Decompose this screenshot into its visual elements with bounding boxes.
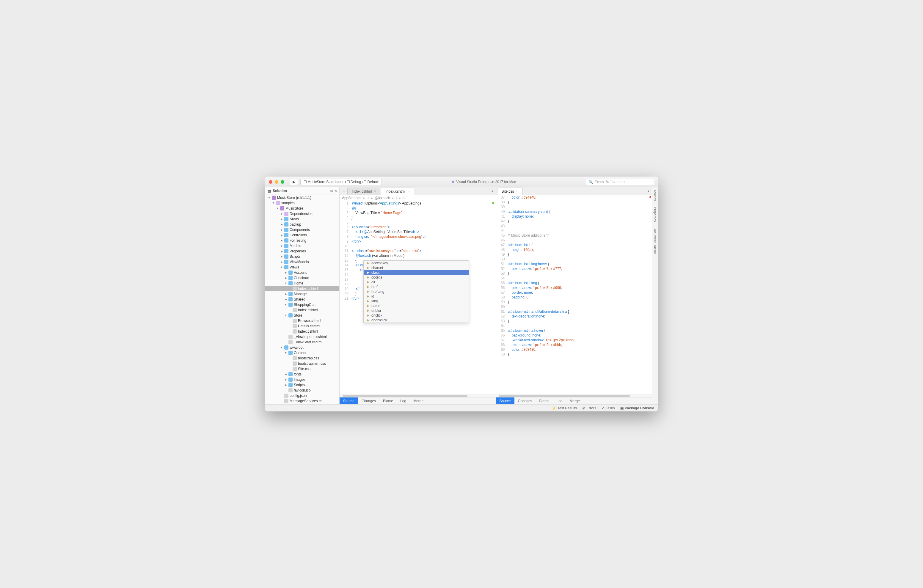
mode-tab-changes[interactable]: Changes [358, 397, 379, 404]
run-button[interactable]: ▶ [290, 179, 298, 185]
autocomplete-item[interactable]: ◆lang [364, 299, 469, 304]
package-console-button[interactable]: ▣Package Console [620, 406, 654, 410]
test-results-button[interactable]: ⚡Test Results [552, 406, 577, 410]
errors-button[interactable]: ⊘Errors [582, 406, 596, 410]
close-tab-icon[interactable]: × [374, 190, 376, 193]
pad-close-icon[interactable]: × [335, 189, 337, 193]
tree-item[interactable]: Index.cshtml [265, 307, 339, 313]
tree-item[interactable]: config.json [265, 393, 339, 398]
tree-item[interactable]: bootstrap.css [265, 356, 339, 361]
editor-tab[interactable]: Index.cshtml○ [381, 187, 414, 195]
tree-item[interactable]: ▼Views [265, 264, 339, 270]
close-tab-icon[interactable]: ○ [517, 190, 518, 193]
tree-item[interactable]: Details.cshtml [265, 324, 339, 329]
zoom-icon[interactable] [281, 180, 284, 184]
tree-item[interactable]: favicon.ico [265, 388, 339, 393]
autocomplete-item[interactable]: ◆accesskey [364, 261, 469, 266]
pad-settings-icon[interactable]: ▭ [330, 189, 333, 193]
tree-item[interactable]: ▶Scripts [265, 254, 339, 259]
breadcrumb[interactable]: AppSettings ▸ ul ▸ @foreach ▸ li ▸ a [340, 195, 496, 201]
tree-item[interactable]: ▶backup [265, 222, 339, 227]
tree-item[interactable]: ▼ShoppingCart [265, 302, 339, 307]
autocomplete-item[interactable]: ◆href [364, 284, 469, 289]
tree-item[interactable]: ▶Scripts [265, 382, 339, 388]
minimize-icon[interactable] [275, 180, 278, 184]
tree-item[interactable]: _ViewStart.cshtml [265, 340, 339, 345]
tool-rail: ToolboxPropertiesDocument Outline [652, 187, 658, 404]
tree-item[interactable]: ▶Controllers [265, 232, 339, 238]
mode-tab-merge[interactable]: Merge [410, 397, 427, 404]
tree-item[interactable]: ▼Home [265, 281, 339, 286]
close-tab-icon[interactable]: ○ [408, 190, 410, 193]
tree-item[interactable]: MessageServices.cs [265, 398, 339, 404]
tree-item[interactable]: ▶Shared [265, 297, 339, 302]
tree-item[interactable]: ▶Checkout [265, 275, 339, 281]
autocomplete-item[interactable]: ◆coords [364, 275, 469, 280]
autocomplete-item[interactable]: ◆dir [364, 280, 469, 284]
mode-tab-source[interactable]: Source [340, 397, 358, 404]
attribute-icon: ◆ [367, 304, 369, 308]
tree-item[interactable]: ▶fonts [265, 371, 339, 377]
nav-back-icon[interactable]: ‹ [343, 189, 344, 193]
ide-window: ▶ ☐MusicStore.Standalone ›☐Debug ›☐Defau… [265, 177, 658, 411]
tree-item[interactable]: Site.css [265, 366, 339, 371]
autocomplete-item[interactable]: ◆onclick [364, 313, 469, 318]
autocomplete-item[interactable]: ◆onblur [364, 308, 469, 313]
tree-item[interactable]: ▼MusicStore (rel/1.1.1) [265, 195, 339, 200]
mode-tab-log[interactable]: Log [397, 397, 410, 404]
editor-mode-tabs-right: SourceChangesBlameLogMerge [496, 397, 652, 404]
rail-properties[interactable]: Properties [653, 207, 657, 222]
rail-document-outline[interactable]: Document Outline [653, 228, 657, 254]
tasks-button[interactable]: ✓Tasks [601, 406, 615, 410]
check-icon: ✓ [601, 406, 604, 410]
tree-item[interactable]: ▶Properties [265, 248, 339, 254]
mode-tab-blame[interactable]: Blame [536, 397, 553, 404]
nav-fwd-icon[interactable]: › [344, 189, 345, 193]
tree-item[interactable]: ▼Content [265, 350, 339, 356]
error-marker-icon [649, 196, 651, 198]
solution-tree[interactable]: ▼MusicStore (rel/1.1.1)▼samples▼MusicSto… [265, 194, 339, 404]
tree-item[interactable]: ▶ForTesting [265, 238, 339, 243]
autocomplete-item[interactable]: ◆id [364, 294, 469, 299]
horizontal-scrollbar[interactable] [340, 394, 496, 397]
tree-item[interactable]: ▼Store [265, 313, 339, 318]
autocomplete-item[interactable]: ◆charset [364, 266, 469, 270]
editor-tab[interactable]: Site.css○ [497, 187, 523, 195]
tree-item[interactable]: ▼MusicStore [265, 206, 339, 211]
tree-item[interactable]: ▶Dependencies [265, 211, 339, 217]
tree-item[interactable]: ▶Models [265, 243, 339, 248]
tree-item[interactable]: Index.cshtml [265, 329, 339, 334]
mode-tab-log[interactable]: Log [553, 397, 566, 404]
editor-tab[interactable]: Index.cshtml× [347, 187, 380, 195]
mode-tab-source[interactable]: Source [496, 397, 514, 404]
close-icon[interactable] [269, 180, 273, 184]
mode-tab-blame[interactable]: Blame [379, 397, 397, 404]
autocomplete-item[interactable]: ◆name [364, 304, 469, 308]
code-editor-left[interactable]: 1@inject IOptions<AppSettings> AppSettin… [340, 201, 496, 394]
mode-tab-changes[interactable]: Changes [514, 397, 536, 404]
tree-item[interactable]: ▶ViewModels [265, 259, 339, 264]
tree-item[interactable]: ▶Images [265, 377, 339, 382]
autocomplete-item[interactable]: ◆ondblclick [364, 318, 469, 322]
horizontal-scrollbar[interactable] [496, 394, 652, 397]
tab-overflow-icon[interactable]: ▾ [489, 189, 496, 193]
global-search[interactable]: 🔍 Press '⌘.' to search [586, 179, 654, 185]
tree-item[interactable]: bootstrap.min.css [265, 361, 339, 366]
tree-item[interactable]: ▶Components [265, 227, 339, 232]
tree-item[interactable]: ▼wwwroot [265, 345, 339, 350]
autocomplete-item[interactable]: ◆hreflang [364, 289, 469, 294]
tab-overflow-icon[interactable]: ▾ [645, 189, 652, 193]
tree-item[interactable]: ▼samples [265, 200, 339, 206]
tree-item[interactable]: ▶Account [265, 270, 339, 275]
tree-item[interactable]: Index.cshtml [265, 286, 339, 291]
autocomplete-popup[interactable]: ◆accesskey◆charset◆class◆coords◆dir◆href… [363, 260, 469, 323]
tree-item[interactable]: ▶Manage [265, 291, 339, 297]
tree-item[interactable]: ▶Areas [265, 217, 339, 222]
rail-toolbox[interactable]: Toolbox [653, 190, 657, 201]
tree-item[interactable]: Browse.cshtml [265, 318, 339, 324]
tree-item[interactable]: _ViewImports.cshtml [265, 334, 339, 340]
mode-tab-merge[interactable]: Merge [566, 397, 583, 404]
run-target-selector[interactable]: ☐MusicStore.Standalone ›☐Debug ›☐Default [301, 179, 382, 185]
autocomplete-item[interactable]: ◆class [364, 270, 469, 275]
code-editor-right[interactable]: 37 color: #b94a48; 38} 39 40.validation-… [496, 195, 652, 394]
